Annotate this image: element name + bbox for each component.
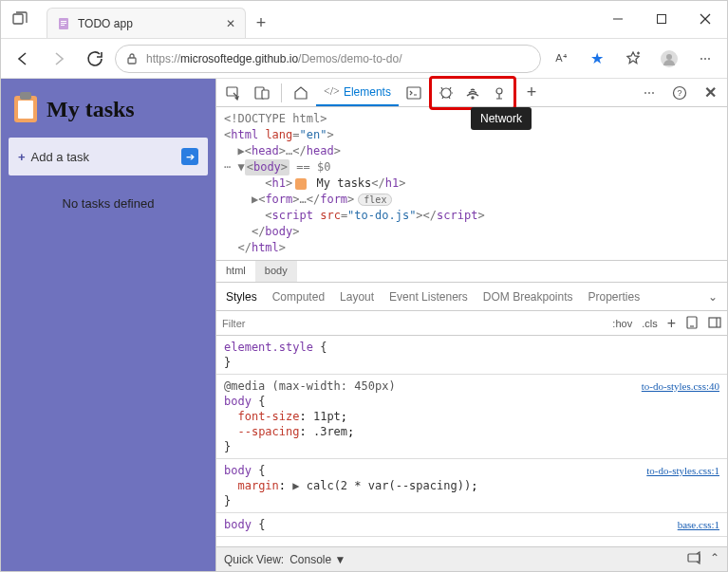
devtools-toolbar: </> Elements + ⋯ ? ✕ Network bbox=[216, 79, 727, 107]
issues-shortcut-icon[interactable] bbox=[687, 551, 700, 567]
layout-tab[interactable]: Layout bbox=[340, 290, 374, 304]
dom-breakpoints-tab[interactable]: DOM Breakpoints bbox=[483, 290, 573, 304]
forward-button bbox=[43, 43, 75, 75]
source-link[interactable]: base.css:1 bbox=[678, 517, 719, 532]
hov-toggle[interactable]: :hov bbox=[612, 318, 632, 329]
svg-text:?: ? bbox=[677, 88, 681, 98]
svg-rect-3 bbox=[61, 23, 66, 24]
svg-rect-27 bbox=[688, 554, 700, 562]
new-style-rule-button[interactable]: + bbox=[667, 315, 676, 332]
dom-tree[interactable]: <!DOCTYPE html> <html lang="en"> ▶<head>… bbox=[216, 107, 727, 260]
svg-rect-17 bbox=[407, 87, 420, 99]
flex-badge[interactable]: flex bbox=[358, 194, 392, 206]
style-rule[interactable]: to-do-styles.css:40 @media (max-width: 4… bbox=[216, 375, 727, 459]
clipboard-icon bbox=[14, 96, 37, 122]
page-title: My tasks bbox=[14, 96, 202, 122]
style-rule[interactable]: base.css:1 body { bbox=[216, 513, 727, 537]
computed-sidebar-toggle[interactable] bbox=[708, 316, 721, 331]
add-task-input[interactable]: +Add a task ➔ bbox=[9, 138, 208, 175]
issues-tab-button[interactable] bbox=[433, 80, 459, 106]
favorite-button[interactable]: ★ bbox=[581, 43, 613, 75]
tab-title: TODO app bbox=[78, 17, 218, 30]
crumb-html[interactable]: html bbox=[216, 261, 255, 282]
breadcrumb: html body bbox=[216, 260, 727, 283]
devtools-close-button[interactable]: ✕ bbox=[697, 80, 723, 106]
inspect-element-button[interactable] bbox=[220, 80, 247, 106]
submit-arrow-icon[interactable]: ➔ bbox=[181, 148, 198, 165]
refresh-button[interactable] bbox=[79, 43, 111, 75]
svg-rect-9 bbox=[128, 58, 136, 64]
tabs-overview-button[interactable] bbox=[1, 0, 39, 38]
network-tab-button[interactable] bbox=[459, 80, 486, 106]
devtools-help-button[interactable]: ? bbox=[666, 80, 693, 106]
tab-close-button[interactable]: ✕ bbox=[226, 17, 235, 30]
crumb-body[interactable]: body bbox=[255, 261, 297, 282]
collections-button[interactable] bbox=[617, 43, 649, 75]
style-rule[interactable]: to-do-styles.css:1 body { margin: ▶ calc… bbox=[216, 459, 727, 513]
svg-rect-2 bbox=[61, 21, 66, 22]
url-text: https://microsoftedge.github.io/Demos/de… bbox=[146, 52, 402, 65]
console-tab-button[interactable] bbox=[401, 80, 427, 106]
devtools-panel: </> Elements + ⋯ ? ✕ Network <!DOCTYPE h… bbox=[215, 79, 727, 571]
clipboard-mini-icon bbox=[295, 178, 307, 190]
welcome-tab-button[interactable] bbox=[288, 80, 314, 106]
lighthouse-tab-button[interactable] bbox=[486, 80, 513, 106]
plus-icon: + bbox=[18, 150, 26, 164]
styles-tab[interactable]: Styles bbox=[226, 290, 257, 304]
devtools-more-button[interactable]: ⋯ bbox=[636, 80, 663, 106]
svg-rect-25 bbox=[709, 318, 720, 327]
styles-tabstrip: Styles Computed Layout Event Listeners D… bbox=[216, 283, 727, 311]
svg-point-13 bbox=[666, 54, 672, 60]
quickview-expand-icon[interactable]: ⌃ bbox=[710, 551, 719, 567]
lock-icon bbox=[125, 52, 139, 65]
computed-tab[interactable]: Computed bbox=[272, 290, 325, 304]
address-bar[interactable]: https://microsoftedge.github.io/Demos/de… bbox=[115, 45, 541, 73]
window-maximize-button[interactable] bbox=[640, 0, 683, 38]
window-minimize-button[interactable] bbox=[596, 0, 640, 38]
properties-tab[interactable]: Properties bbox=[588, 290, 641, 304]
svg-point-19 bbox=[472, 97, 474, 99]
device-styles-button[interactable] bbox=[685, 316, 699, 331]
style-rule[interactable]: element.style { } bbox=[216, 336, 727, 375]
document-icon bbox=[57, 17, 70, 30]
highlighted-tools bbox=[429, 76, 516, 110]
quick-view-bar: Quick View: Console ▼ ⌃ bbox=[216, 546, 727, 571]
back-button[interactable] bbox=[7, 43, 39, 75]
source-link[interactable]: to-do-styles.css:40 bbox=[642, 378, 719, 394]
svg-point-20 bbox=[496, 88, 502, 94]
cls-toggle[interactable]: .cls bbox=[642, 318, 658, 329]
svg-rect-16 bbox=[262, 90, 269, 99]
empty-state-text: No tasks defined bbox=[9, 196, 208, 211]
chevron-down-icon[interactable]: ⌄ bbox=[708, 290, 718, 304]
window-close-button[interactable] bbox=[683, 0, 727, 38]
rendered-page: My tasks +Add a task ➔ No tasks defined bbox=[1, 79, 215, 571]
styles-body: element.style { } to-do-styles.css:40 @m… bbox=[216, 336, 727, 546]
new-tab-button[interactable]: + bbox=[246, 8, 276, 38]
svg-point-18 bbox=[441, 88, 451, 98]
profile-button[interactable] bbox=[653, 43, 685, 75]
svg-rect-0 bbox=[13, 14, 23, 24]
svg-rect-4 bbox=[61, 25, 65, 26]
event-listeners-tab[interactable]: Event Listeners bbox=[389, 290, 468, 304]
source-link[interactable]: to-do-styles.css:1 bbox=[646, 463, 719, 478]
svg-rect-6 bbox=[658, 15, 666, 24]
elements-tab[interactable]: </> Elements bbox=[316, 80, 399, 106]
styles-filter-input[interactable] bbox=[222, 318, 612, 329]
network-tooltip: Network bbox=[471, 107, 532, 130]
browser-tab[interactable]: TODO app ✕ bbox=[47, 8, 246, 38]
add-tab-button[interactable]: + bbox=[518, 80, 545, 106]
device-emulation-button[interactable] bbox=[249, 80, 275, 106]
quickview-select[interactable]: Console ▼ bbox=[289, 553, 345, 566]
more-button[interactable]: ⋯ bbox=[689, 43, 721, 75]
read-aloud-button[interactable]: A⁴ bbox=[545, 43, 577, 75]
